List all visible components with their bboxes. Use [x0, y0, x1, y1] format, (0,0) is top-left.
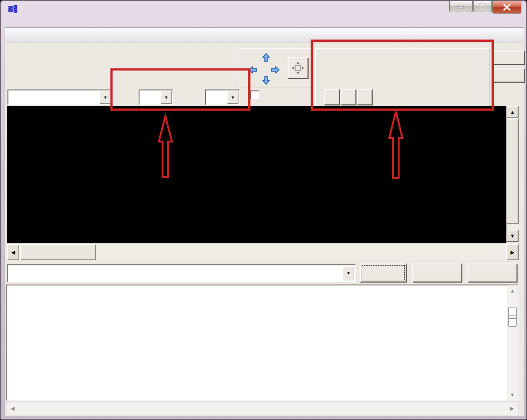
save-font-button[interactable] [412, 263, 462, 282]
app-icon [8, 5, 18, 14]
center-glyph-button[interactable] [288, 57, 308, 79]
output-vscrollbar[interactable]: ▲ ▼ [507, 285, 518, 400]
lock-button[interactable] [492, 51, 525, 65]
center-frame-icon [291, 61, 304, 75]
scroll-down-icon[interactable]: ▼ [506, 230, 519, 242]
bold-button[interactable] [324, 89, 340, 105]
maximize-button[interactable] [473, 1, 492, 12]
chevron-down-icon[interactable]: ▼ [100, 91, 111, 104]
preview-vscrollbar[interactable]: ▲ ▼ [506, 106, 519, 243]
code-output-area[interactable] [6, 285, 519, 401]
minimize-button[interactable] [449, 1, 473, 12]
glyph-preview-canvas[interactable] [8, 107, 505, 173]
output-hscrollbar[interactable]: ◀ ▶ [6, 401, 519, 415]
reset-button[interactable] [492, 68, 525, 82]
scroll-up-icon[interactable]: ▲ [507, 286, 518, 295]
generate-font-button[interactable] [360, 263, 407, 282]
scroll-left-icon[interactable]: ◀ [8, 402, 17, 415]
close-icon [503, 4, 511, 11]
clear-data-button[interactable] [468, 263, 517, 282]
menu-bar [5, 28, 524, 43]
title-bar[interactable] [1, 1, 526, 26]
proportional-scale-checkbox[interactable] [250, 90, 259, 99]
underline-button[interactable] [357, 89, 372, 105]
move-right-icon[interactable] [270, 65, 280, 75]
italic-button[interactable] [341, 89, 356, 105]
preview-vscroll-thumb[interactable] [506, 119, 519, 224]
char-height-combobox[interactable]: ▼ [205, 90, 240, 105]
preview-hscroll-thumb[interactable] [20, 244, 96, 260]
scroll-right-icon[interactable]: ▶ [508, 402, 516, 415]
output-vscroll-thumb[interactable] [508, 307, 517, 327]
preview-hscrollbar[interactable]: ◀ ▶ [7, 244, 519, 260]
close-button[interactable] [492, 1, 521, 14]
screenshot-stage: ▼ ▼ ▼ [0, 0, 527, 420]
move-down-icon[interactable] [261, 75, 271, 85]
maximize-icon [479, 3, 486, 9]
scroll-right-icon[interactable]: ▶ [506, 244, 519, 260]
scroll-left-icon[interactable]: ◀ [7, 244, 19, 260]
move-left-icon[interactable] [248, 65, 258, 75]
font-select-combobox[interactable]: ▼ [7, 90, 112, 105]
chevron-down-icon[interactable]: ▼ [227, 91, 238, 104]
scroll-up-icon[interactable]: ▲ [506, 106, 519, 118]
character-list-combobox[interactable]: ▼ [7, 264, 356, 282]
minimize-icon [457, 5, 465, 8]
chevron-down-icon[interactable]: ▼ [343, 266, 354, 280]
chevron-down-icon[interactable]: ▼ [161, 91, 172, 104]
scroll-down-icon[interactable]: ▼ [507, 390, 518, 399]
app-window: ▼ ▼ ▼ [0, 0, 527, 420]
reset-position-button[interactable] [260, 64, 268, 75]
char-width-combobox[interactable]: ▼ [139, 90, 173, 105]
move-up-icon[interactable] [261, 52, 271, 63]
